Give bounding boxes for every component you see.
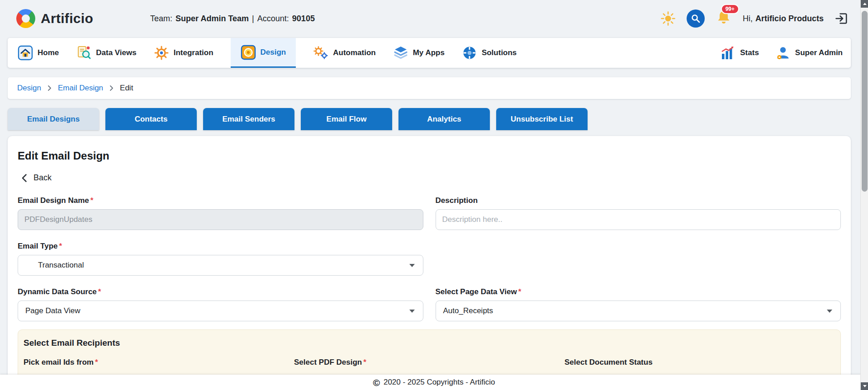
app-logo[interactable]: Artificio (16, 9, 93, 28)
email-design-name-field: Email Design Name* (18, 196, 423, 230)
nav-item-stats[interactable]: Stats (720, 38, 759, 68)
label-text: Select PDF Design (294, 358, 362, 367)
label-text: Email Type (18, 242, 58, 250)
nav-label: Data Views (96, 48, 136, 57)
breadcrumb: Design Email Design Edit (8, 77, 851, 99)
dynamic-data-source-field: Dynamic Data Source* Page Data View (18, 287, 423, 321)
scroll-down-arrow-icon (863, 385, 867, 387)
footer: © 2020 - 2025 Copyrights - Artificio (0, 375, 868, 390)
nav-item-super-admin[interactable]: Super Admin (775, 38, 843, 68)
email-type-field: Email Type* Transactional (18, 242, 423, 276)
nav-label: Automation (333, 48, 375, 57)
nav-item-integration[interactable]: Integration (154, 38, 213, 68)
select-page-data-view-select[interactable]: Auto_Receipts (436, 301, 841, 321)
my-apps-icon (393, 45, 408, 61)
select-document-status-label: Select Document Status (564, 358, 835, 367)
label-text: Pick email Ids from (24, 358, 94, 367)
team-label: Team: (150, 14, 172, 23)
tab-analytics[interactable]: Analytics (398, 108, 490, 130)
scroll-up-arrow-icon (863, 3, 867, 5)
integration-icon (154, 45, 169, 61)
back-label: Back (33, 173, 52, 183)
nav-label: Home (38, 48, 59, 57)
theme-sun-icon (660, 11, 676, 26)
recipients-section-title: Select Email Recipients (24, 338, 835, 348)
required-asterisk: * (90, 196, 94, 205)
vertical-scrollbar[interactable] (860, 0, 868, 390)
description-field: Description (436, 196, 841, 230)
nav-label: Stats (740, 48, 759, 57)
logo-icon (16, 9, 35, 28)
pick-email-ids-label: Pick email Ids from* (24, 358, 294, 367)
back-button[interactable]: Back (21, 173, 52, 183)
home-icon (18, 45, 33, 61)
breadcrumb-email-design[interactable]: Email Design (58, 84, 103, 93)
nav-item-solutions[interactable]: Solutions (462, 38, 517, 68)
select-value: Auto_Receipts (443, 306, 493, 315)
nav-label: My Apps (413, 48, 445, 57)
nav-right-group: Stats Super Admin (720, 38, 843, 68)
copyright-text: 2020 - 2025 Copyrights - Artificio (384, 378, 495, 387)
dropdown-arrow-icon (409, 310, 415, 313)
breadcrumb-design[interactable]: Design (17, 84, 41, 93)
nav-item-automation[interactable]: Automation (313, 38, 375, 68)
email-design-name-label: Email Design Name* (18, 196, 423, 205)
email-type-label: Email Type* (18, 242, 423, 251)
edit-email-design-card: Edit Email Design Back Email Design Name… (8, 136, 851, 390)
nav-item-my-apps[interactable]: My Apps (393, 38, 445, 68)
copyright-icon: © (373, 378, 379, 387)
logout-icon (835, 12, 848, 25)
nav-label: Solutions (482, 48, 517, 57)
select-value: Page Data View (25, 306, 81, 315)
description-input[interactable] (436, 209, 841, 230)
tab-email-designs[interactable]: Email Designs (8, 108, 99, 130)
nav-label: Integration (174, 48, 213, 57)
theme-toggle-button[interactable] (660, 11, 676, 26)
team-name: Super Admin Team (175, 14, 249, 23)
chevron-right-icon (47, 85, 52, 91)
tab-email-senders[interactable]: Email Senders (203, 108, 294, 130)
scroll-down-button[interactable] (861, 382, 868, 390)
required-asterisk: * (95, 358, 98, 367)
tab-contacts[interactable]: Contacts (105, 108, 197, 130)
dynamic-data-source-select[interactable]: Page Data View (18, 301, 423, 321)
dynamic-data-source-label: Dynamic Data Source* (18, 287, 423, 296)
automation-icon (313, 45, 328, 61)
nav-item-design[interactable]: Design (231, 38, 296, 68)
account-number: 90105 (292, 14, 315, 23)
dropdown-arrow-icon (827, 310, 832, 313)
solutions-icon (462, 45, 477, 61)
search-icon (691, 14, 701, 23)
label-text: Dynamic Data Source (18, 287, 97, 296)
email-type-select[interactable]: Transactional (18, 255, 423, 276)
scrollbar-thumb[interactable] (862, 11, 868, 192)
select-pdf-design-label: Select PDF Design* (294, 358, 564, 367)
label-text: Select Document Status (564, 358, 653, 367)
tab-unsubscribe-list[interactable]: Unsubscribe List (496, 108, 588, 130)
required-asterisk: * (518, 287, 522, 296)
stats-icon (720, 45, 735, 61)
team-account-info: Team: Super Admin Team | Account: 90105 (150, 14, 315, 23)
breadcrumb-edit: Edit (120, 84, 133, 93)
super-admin-icon (775, 45, 791, 61)
description-label: Description (436, 196, 841, 205)
select-value: Transactional (38, 261, 84, 270)
nav-item-home[interactable]: Home (18, 38, 59, 68)
tab-email-flow[interactable]: Email Flow (301, 108, 392, 130)
scroll-up-button[interactable] (861, 0, 868, 8)
notifications-button[interactable]: 99+ (716, 9, 732, 28)
nav-label: Design (261, 48, 286, 57)
nav-item-data-views[interactable]: Data Views (76, 38, 136, 68)
search-button[interactable] (687, 9, 705, 28)
logo-text: Artificio (41, 11, 93, 26)
required-asterisk: * (98, 287, 101, 296)
select-page-data-view-field: Select Page Data View* Auto_Receipts (436, 287, 841, 321)
chevron-right-icon (109, 85, 114, 91)
divider: | (252, 14, 254, 23)
select-page-data-view-label: Select Page Data View* (436, 287, 841, 296)
app-header: Artificio Team: Super Admin Team | Accou… (0, 0, 868, 37)
logout-button[interactable] (835, 12, 848, 25)
nav-label: Super Admin (795, 48, 843, 57)
design-icon (241, 45, 256, 60)
required-asterisk: * (59, 242, 62, 250)
